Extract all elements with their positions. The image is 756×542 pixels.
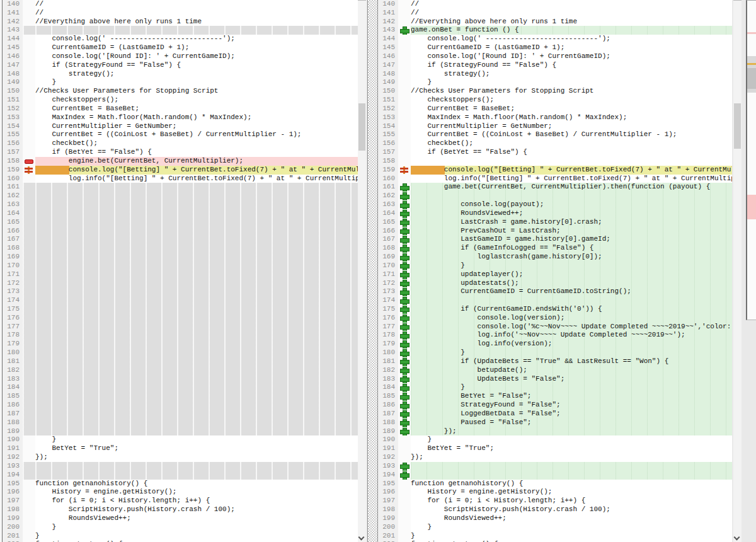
code-text[interactable]: engine.bet(CurrentBet, CurrentMultiplier… [35,157,358,166]
right-line-number[interactable]: 198 [378,505,398,514]
right-line-number[interactable]: 182 [378,366,398,375]
code-text[interactable]: BetYet = "True"; [411,444,732,453]
code-text[interactable]: log.info("[Betting] " + CurrentBet.toFix… [35,175,358,183]
left-line-number[interactable]: 170 [3,262,23,270]
right-line-number[interactable]: 179 [378,340,398,349]
left-line-number[interactable]: 143 [3,26,23,35]
code-text[interactable]: LastGameID = game.history[0].gameId; [411,235,732,244]
left-line-number[interactable]: 197 [3,497,23,505]
right-line-number[interactable]: 160 [378,175,398,183]
left-line-number[interactable]: 157 [3,148,23,157]
code-text[interactable]: } [411,435,732,444]
right-line-number[interactable]: 194 [378,471,398,480]
code-text[interactable] [35,192,358,200]
right-line-number[interactable]: 199 [378,514,398,523]
code-text[interactable] [35,471,358,480]
code-text[interactable]: MaxIndex = Math.floor(Math.random() * Ma… [411,113,732,122]
code-text[interactable]: RoundsViewed++; [35,514,358,523]
code-text[interactable]: } [35,532,358,541]
code-text[interactable]: CurrentMultiplier = GetNumber; [35,122,358,131]
code-text[interactable]: game.bet(CurrentBet, CurrentMultiplier).… [411,183,732,192]
right-line-number[interactable]: 150 [378,87,398,96]
left-line-number[interactable]: 188 [3,418,23,427]
left-line-number[interactable]: 149 [3,78,23,87]
right-line-number[interactable]: 170 [378,262,398,270]
code-text[interactable]: BetYet = "False"; [411,392,732,401]
code-text[interactable]: RoundsViewed++; [411,209,732,218]
right-line-number[interactable]: 196 [378,488,398,497]
right-line-number[interactable]: 147 [378,61,398,70]
code-text[interactable] [35,340,358,349]
right-line-number[interactable]: 143 [378,26,398,35]
left-line-number[interactable]: 177 [3,323,23,332]
code-text[interactable]: CurrentBet = BaseBet; [35,105,358,113]
code-text[interactable]: strategy(); [35,70,358,79]
left-line-number[interactable]: 193 [3,462,23,471]
left-line-number[interactable]: 189 [3,427,23,436]
right-line-number[interactable]: 183 [378,375,398,384]
right-line-number[interactable]: 145 [378,43,398,52]
left-line-number[interactable]: 200 [3,523,23,532]
code-text[interactable]: checkstoppers(); [35,96,358,105]
code-text[interactable] [35,218,358,227]
right-line-number[interactable]: 152 [378,105,398,113]
left-line-number[interactable]: 187 [3,410,23,418]
code-text[interactable]: log.info(version); [411,340,732,349]
location-overview-pane[interactable] [746,0,756,320]
code-text[interactable]: log.info('~~Nov~~~~ Update Completed ~~~… [411,331,732,340]
left-line-number[interactable]: 174 [3,296,23,305]
code-text[interactable] [411,462,732,471]
left-line-number[interactable]: 196 [3,488,23,497]
code-text[interactable]: } [35,78,358,87]
code-text[interactable]: console.log(payout); [411,200,732,209]
right-scrollbar-thumb[interactable] [734,103,741,149]
code-text[interactable]: } [411,349,732,357]
right-line-number[interactable]: 185 [378,392,398,401]
right-line-number[interactable]: 189 [378,427,398,436]
code-text[interactable]: LoggedBetData = "False"; [411,410,732,418]
code-text[interactable]: for (i = 0; i < History.length; i++) { [411,497,732,505]
code-text[interactable]: if (BetYet == "False") { [411,148,732,157]
code-text[interactable]: ScriptHistory.push(History.crash / 100); [411,505,732,514]
left-line-number[interactable]: 160 [3,175,23,183]
left-line-number[interactable]: 145 [3,43,23,52]
code-text[interactable] [35,366,358,375]
code-text[interactable]: // [35,9,358,18]
code-text[interactable]: if (StrategyFound == "False") { [411,61,732,70]
code-text[interactable]: //Checks User Parameters for Stopping Sc… [35,87,358,96]
left-line-number[interactable]: 161 [3,183,23,192]
code-text[interactable] [35,401,358,410]
code-text[interactable]: CurrentGameID = (LastGameID + 1); [411,43,732,52]
right-line-number[interactable]: 157 [378,148,398,157]
code-text[interactable]: if (StrategyFound == "False") { [35,61,358,70]
code-text[interactable]: // [411,0,732,9]
left-line-number[interactable]: 183 [3,375,23,384]
left-line-number[interactable]: 186 [3,401,23,410]
code-text[interactable] [35,270,358,279]
code-text[interactable]: log.info("[Betting] " + CurrentBet.toFix… [411,175,732,183]
code-text[interactable]: History = engine.getHistory(); [35,488,358,497]
code-text[interactable] [35,244,358,253]
left-line-number[interactable]: 158 [3,157,23,166]
right-line-number[interactable]: 180 [378,349,398,357]
code-text[interactable]: } [35,435,358,444]
code-text[interactable] [35,349,358,357]
code-text[interactable] [35,26,358,35]
code-text[interactable]: console.log(' --------------------------… [411,35,732,43]
right-line-number[interactable]: 144 [378,35,398,43]
code-text[interactable]: }); [411,453,732,462]
left-line-number[interactable]: 190 [3,435,23,444]
right-line-number[interactable]: 191 [378,444,398,453]
left-line-number[interactable]: 175 [3,305,23,314]
left-line-number[interactable]: 147 [3,61,23,70]
right-line-number[interactable]: 193 [378,462,398,471]
code-text[interactable] [35,183,358,192]
code-text[interactable]: StrategyFound = "False"; [411,401,732,410]
code-text[interactable] [35,253,358,262]
right-line-number[interactable]: 195 [378,480,398,488]
right-line-number[interactable]: 188 [378,418,398,427]
code-text[interactable] [411,296,732,305]
left-line-number[interactable]: 153 [3,113,23,122]
code-text[interactable] [35,331,358,340]
code-text[interactable]: betupdate(); [411,366,732,375]
